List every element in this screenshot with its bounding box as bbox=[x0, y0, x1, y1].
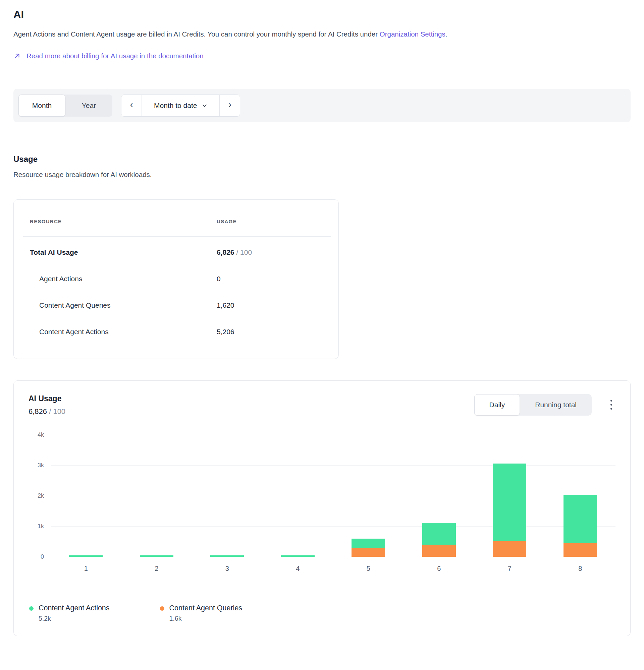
row-value: 0 bbox=[217, 275, 221, 283]
chart-title-block: AI Usage 6,826 / 100 bbox=[28, 394, 65, 416]
bar-stack-day-1[interactable] bbox=[69, 555, 103, 557]
period-toggle: Month Year bbox=[18, 94, 113, 117]
row-value: 5,206 bbox=[217, 328, 235, 335]
chart-title: AI Usage bbox=[28, 394, 65, 403]
bar-segment[interactable] bbox=[422, 523, 456, 545]
table-row-total-ai-usage: Total AI Usage 6,826 / 100 bbox=[14, 239, 339, 266]
date-range-picker: ‹ Month to date › bbox=[121, 94, 240, 117]
legend-total: 5.2k bbox=[39, 615, 110, 622]
x-axis-tick: 6 bbox=[404, 565, 475, 573]
x-axis-tick: 5 bbox=[333, 565, 404, 573]
column-header-resource: RESOURCE bbox=[30, 218, 217, 224]
chart-total-value: 6,826 bbox=[28, 407, 47, 416]
read-more-docs-label: Read more about billing for AI usage in … bbox=[26, 52, 203, 60]
legend-item-content-agent-queries: Content Agent Queries 1.6k bbox=[160, 604, 242, 622]
table-divider bbox=[23, 236, 331, 237]
chevron-down-icon bbox=[202, 103, 207, 108]
bar-slot bbox=[263, 555, 333, 557]
bar-stack-day-8[interactable] bbox=[564, 495, 597, 557]
x-axis-tick: 2 bbox=[121, 565, 192, 573]
green-dot-icon bbox=[29, 606, 34, 611]
x-axis-tick: 4 bbox=[263, 565, 333, 573]
period-toggle-month[interactable]: Month bbox=[18, 94, 65, 117]
x-axis-tick: 1 bbox=[51, 565, 121, 573]
date-range-label: Month to date bbox=[154, 102, 197, 110]
read-more-docs-link[interactable]: Read more about billing for AI usage in … bbox=[13, 52, 203, 60]
bar-slot bbox=[545, 495, 616, 557]
bar-segment[interactable] bbox=[69, 555, 103, 557]
row-limit: / 100 bbox=[235, 249, 252, 256]
bar-segment[interactable] bbox=[281, 555, 315, 557]
bar-segment[interactable] bbox=[352, 548, 385, 557]
y-axis-tick: 4k bbox=[38, 431, 44, 438]
bar-segment[interactable] bbox=[493, 464, 526, 541]
kebab-icon bbox=[610, 408, 612, 410]
chart-plot: 4k3k2k1k0 bbox=[28, 435, 616, 557]
table-row-content-agent-actions: Content Agent Actions 5,206 bbox=[14, 319, 339, 345]
kebab-icon bbox=[610, 404, 612, 405]
chevron-right-icon: › bbox=[228, 99, 232, 110]
row-value: 6,826 bbox=[217, 249, 235, 256]
x-axis-tick: 3 bbox=[192, 565, 263, 573]
x-axis-tick: 7 bbox=[474, 565, 545, 573]
bar-stack-day-5[interactable] bbox=[352, 539, 385, 557]
description-period: . bbox=[445, 30, 447, 38]
legend-name: Content Agent Actions bbox=[39, 604, 110, 612]
y-axis: 4k3k2k1k0 bbox=[28, 435, 51, 557]
bar-segment[interactable] bbox=[210, 555, 244, 557]
view-toggle-daily[interactable]: Daily bbox=[474, 394, 520, 416]
usage-section-heading: Usage bbox=[13, 155, 631, 164]
previous-period-button[interactable]: ‹ bbox=[121, 95, 142, 116]
description-text: Agent Actions and Content Agent usage ar… bbox=[13, 30, 380, 38]
table-row-content-agent-queries: Content Agent Queries 1,620 bbox=[14, 292, 339, 319]
column-header-usage: USAGE bbox=[217, 218, 339, 224]
chart-header: AI Usage 6,826 / 100 Daily Running total bbox=[28, 394, 616, 416]
chart-legend: Content Agent Actions 5.2k Content Agent… bbox=[28, 604, 616, 622]
ai-billing-page: AI Agent Actions and Content Agent usage… bbox=[0, 0, 644, 651]
bars-row bbox=[51, 435, 616, 557]
page-description: Agent Actions and Content Agent usage ar… bbox=[13, 29, 631, 39]
row-label: Content Agent Queries bbox=[30, 301, 217, 309]
row-label: Content Agent Actions bbox=[30, 328, 217, 336]
bar-segment[interactable] bbox=[140, 555, 173, 557]
bar-slot bbox=[333, 539, 404, 557]
organization-settings-link[interactable]: Organization Settings bbox=[380, 30, 445, 38]
bar-segment[interactable] bbox=[564, 543, 597, 557]
y-axis-tick: 3k bbox=[38, 461, 44, 469]
resource-usage-table: RESOURCE USAGE Total AI Usage 6,826 / 10… bbox=[13, 199, 339, 359]
legend-name: Content Agent Queries bbox=[169, 604, 242, 612]
y-axis-tick: 2k bbox=[38, 492, 44, 499]
row-label: Total AI Usage bbox=[30, 249, 217, 256]
bar-segment[interactable] bbox=[564, 495, 597, 543]
period-toggle-year[interactable]: Year bbox=[65, 94, 113, 117]
chevron-left-icon: ‹ bbox=[130, 99, 133, 110]
legend-item-content-agent-actions: Content Agent Actions 5.2k bbox=[29, 604, 110, 622]
bar-slot bbox=[474, 464, 545, 557]
date-range-dropdown[interactable]: Month to date bbox=[142, 95, 220, 116]
legend-total: 1.6k bbox=[169, 615, 242, 622]
row-label: Agent Actions bbox=[30, 275, 217, 283]
view-toggle-running-total[interactable]: Running total bbox=[520, 394, 592, 416]
chart-total-limit: / 100 bbox=[47, 407, 65, 416]
bar-stack-day-2[interactable] bbox=[140, 555, 173, 557]
bar-slot bbox=[192, 555, 263, 557]
next-period-button[interactable]: › bbox=[220, 95, 240, 116]
page-title: AI bbox=[13, 9, 631, 21]
bar-stack-day-7[interactable] bbox=[493, 464, 526, 557]
bar-slot bbox=[51, 555, 121, 557]
x-axis-tick: 8 bbox=[545, 565, 616, 573]
bar-segment[interactable] bbox=[422, 545, 456, 557]
chart-menu-button[interactable] bbox=[607, 396, 616, 414]
bar-stack-day-4[interactable] bbox=[281, 555, 315, 557]
chart-view-toggle: Daily Running total bbox=[474, 394, 592, 416]
bar-stack-day-6[interactable] bbox=[422, 523, 456, 557]
bar-stack-day-3[interactable] bbox=[210, 555, 244, 557]
y-axis-tick: 1k bbox=[38, 523, 44, 530]
usage-section-subtitle: Resource usage breakdown for AI workload… bbox=[13, 171, 631, 179]
y-axis-tick: 0 bbox=[41, 553, 44, 560]
x-axis: 12345678 bbox=[51, 565, 616, 573]
bar-segment[interactable] bbox=[352, 539, 385, 548]
kebab-icon bbox=[610, 400, 612, 402]
bar-segment[interactable] bbox=[493, 541, 526, 557]
table-row-agent-actions: Agent Actions 0 bbox=[14, 266, 339, 292]
